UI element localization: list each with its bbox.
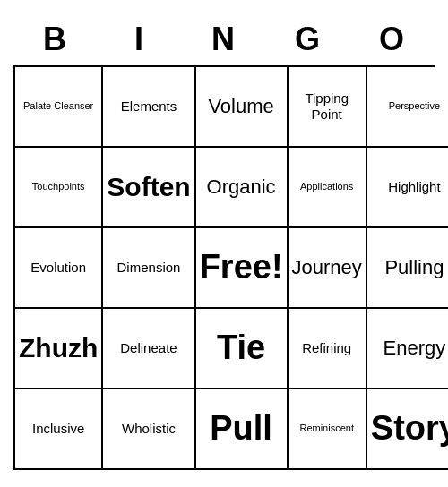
cell-r0-c1: Elements (103, 67, 195, 148)
cell-r4-c4: Story (367, 389, 448, 470)
cell-r4-c0: Inclusive (15, 389, 103, 470)
cell-r1-c4: Highlight (367, 148, 448, 228)
cell-text: Perspective (389, 100, 440, 112)
cell-r2-c2: Free! (196, 228, 289, 309)
cell-text: Energy (383, 337, 446, 360)
cell-text: Refining (302, 340, 351, 356)
cell-text: Tipping Point (292, 90, 362, 123)
cell-r3-c3: Refining (289, 309, 367, 389)
cell-text: Free! (200, 247, 283, 288)
cell-r3-c4: Energy (367, 309, 448, 389)
cell-text: Volume (208, 95, 273, 118)
cell-r1-c3: Applications (289, 148, 367, 228)
header-letter: N (182, 17, 266, 65)
cell-r1-c1: Soften (103, 148, 195, 228)
cell-r3-c2: Tie (196, 309, 289, 389)
cell-text: Highlight (388, 179, 440, 195)
header-letter: O (350, 17, 435, 65)
cell-text: Inclusive (32, 421, 84, 437)
cell-text: Tie (217, 328, 265, 369)
cell-text: Journey (292, 256, 362, 279)
cell-text: Pulling (384, 256, 444, 279)
cell-r2-c3: Journey (289, 228, 367, 309)
header-letter: B (13, 17, 98, 65)
cell-text: Reminiscent (299, 423, 354, 434)
cell-r0-c0: Palate Cleanser (15, 67, 103, 148)
cell-text: Dimension (117, 260, 181, 276)
cell-r3-c0: Zhuzh (15, 309, 103, 389)
cell-text: Soften (107, 171, 190, 203)
cell-text: Organic (207, 175, 276, 199)
cell-text: Elements (121, 98, 177, 115)
cell-r1-c2: Organic (196, 148, 289, 228)
cell-r3-c1: Delineate (103, 309, 195, 389)
cell-r0-c2: Volume (196, 67, 289, 148)
bingo-grid: Palate CleanserElementsVolumeTipping Poi… (13, 65, 435, 470)
cell-text: Delineate (120, 340, 177, 356)
cell-r4-c1: Wholistic (103, 389, 195, 470)
header-letter: I (98, 17, 182, 65)
cell-r2-c0: Evolution (15, 228, 103, 309)
cell-r2-c1: Dimension (103, 228, 195, 309)
cell-r4-c2: Pull (196, 389, 289, 470)
cell-text: Touchpoints (32, 181, 85, 192)
cell-text: Story (371, 408, 448, 449)
header-letter: G (266, 17, 350, 65)
cell-text: Applications (300, 181, 353, 192)
cell-r4-c3: Reminiscent (289, 389, 367, 470)
cell-r0-c4: Perspective (367, 67, 448, 148)
cell-text: Pull (210, 408, 272, 449)
bingo-card: BINGO Palate CleanserElementsVolumeTippi… (13, 17, 435, 470)
bingo-header: BINGO (13, 17, 435, 65)
cell-r0-c3: Tipping Point (289, 67, 367, 148)
cell-text: Wholistic (122, 421, 176, 437)
cell-text: Palate Cleanser (23, 100, 93, 112)
cell-text: Zhuzh (19, 332, 98, 364)
cell-text: Evolution (30, 260, 86, 276)
cell-r1-c0: Touchpoints (15, 148, 103, 228)
cell-r2-c4: Pulling (367, 228, 448, 309)
